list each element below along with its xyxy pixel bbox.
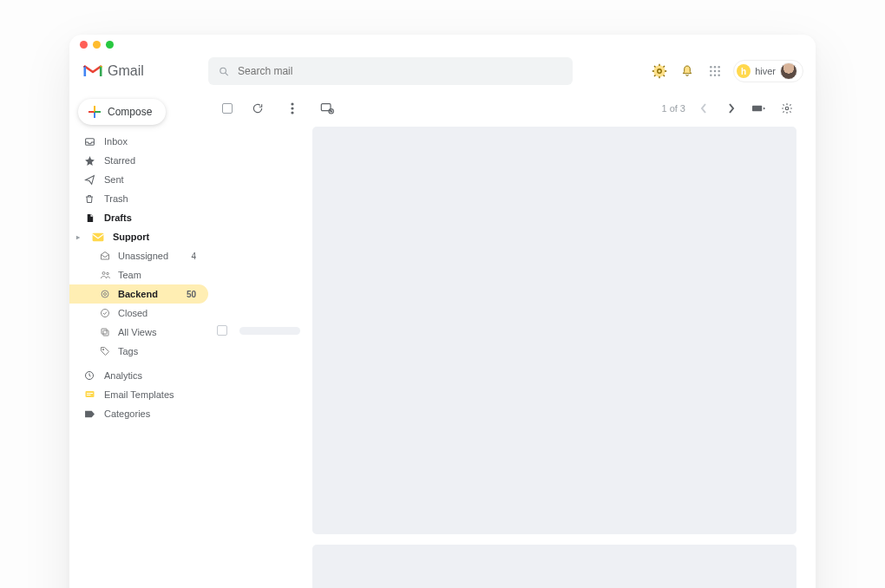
input-tools-icon[interactable] — [750, 99, 769, 118]
nav-label: Starred — [104, 155, 200, 166]
row-checkbox[interactable] — [217, 325, 227, 336]
sidebar-item-inbox[interactable]: Inbox — [69, 132, 208, 151]
svg-point-15 — [714, 66, 716, 68]
nav-label: Sent — [104, 174, 200, 185]
subject-placeholder — [312, 127, 796, 534]
svg-point-27 — [102, 291, 108, 297]
sidebar-item-all-views[interactable]: All Views — [69, 323, 208, 342]
sidebar-item-backend[interactable]: Backend 50 — [69, 284, 208, 304]
nav-label: Inbox — [104, 136, 200, 147]
svg-line-3 — [225, 73, 227, 75]
next-page-icon[interactable] — [722, 99, 741, 118]
label-icon — [83, 408, 95, 420]
mail-row[interactable] — [217, 127, 796, 534]
svg-line-11 — [664, 75, 665, 77]
window-minimize-dot[interactable] — [93, 41, 101, 49]
hiver-pill[interactable]: h hiver — [733, 60, 803, 82]
compose-button[interactable]: Compose — [78, 99, 166, 125]
svg-rect-36 — [87, 395, 91, 395]
notifications-icon[interactable] — [678, 62, 697, 81]
nav-label: Email Templates — [104, 389, 200, 400]
nav-label: Team — [118, 270, 200, 280]
svg-rect-1 — [100, 66, 102, 76]
nav-label: Analytics — [104, 370, 200, 381]
nav-label: Support — [113, 232, 200, 242]
prev-page-icon[interactable] — [694, 99, 713, 118]
svg-point-2 — [220, 68, 226, 74]
sidebar-item-unassigned[interactable]: Unassigned 4 — [69, 246, 208, 265]
main-panel: 1 of 3 — [208, 94, 816, 588]
sidebar-item-categories[interactable]: Categories — [69, 404, 208, 423]
search-icon — [219, 66, 229, 77]
app-logo[interactable]: Gmail — [83, 63, 144, 79]
hiver-badge-icon: h — [737, 64, 751, 78]
svg-line-13 — [654, 75, 656, 77]
sender-placeholder — [239, 327, 300, 335]
top-bar: Gmail h hiver — [69, 54, 816, 94]
nav-label: Drafts — [104, 212, 200, 223]
clock-icon — [83, 369, 95, 382]
svg-point-25 — [102, 272, 105, 275]
svg-line-10 — [654, 66, 656, 68]
sidebar-item-closed[interactable]: Closed — [69, 304, 208, 323]
svg-rect-35 — [87, 393, 93, 394]
assign-icon[interactable] — [318, 99, 337, 118]
app-window: Gmail h hiver — [69, 35, 816, 588]
svg-rect-34 — [85, 391, 94, 397]
nav-label: Tags — [118, 346, 200, 356]
settings-gear-icon[interactable] — [777, 99, 796, 118]
mail-row[interactable] — [217, 545, 796, 588]
svg-point-28 — [104, 293, 107, 296]
nav-label: All Views — [118, 327, 200, 337]
svg-rect-42 — [752, 106, 762, 111]
user-avatar[interactable] — [780, 62, 797, 80]
team-icon — [99, 269, 111, 281]
svg-point-32 — [102, 349, 104, 350]
template-icon — [83, 389, 95, 401]
sidebar-item-support[interactable]: ▸ Support — [69, 227, 208, 246]
header-actions: h hiver — [650, 60, 803, 82]
svg-rect-24 — [93, 232, 104, 240]
mail-list — [212, 127, 802, 588]
nav-count: 50 — [187, 290, 200, 299]
sidebar-item-starred[interactable]: Starred — [69, 151, 208, 170]
nav-primary: Inbox Starred Sent Trash Drafts — [69, 132, 208, 423]
more-menu-icon[interactable] — [283, 99, 302, 118]
sidebar-item-tags[interactable]: Tags — [69, 342, 208, 361]
svg-point-22 — [718, 74, 720, 75]
nav-label: Categories — [104, 408, 200, 419]
check-circle-icon — [99, 307, 111, 319]
target-icon — [99, 288, 111, 300]
refresh-icon[interactable] — [248, 99, 267, 118]
send-icon — [83, 173, 95, 186]
svg-point-14 — [710, 66, 711, 68]
window-zoom-dot[interactable] — [106, 41, 114, 49]
page-info: 1 of 3 — [661, 103, 685, 114]
svg-point-21 — [714, 74, 716, 75]
window-titlebar — [69, 35, 816, 54]
sidebar-item-templates[interactable]: Email Templates — [69, 385, 208, 404]
svg-point-29 — [102, 310, 109, 317]
hiver-settings-icon[interactable] — [650, 62, 669, 81]
inbox-icon — [83, 135, 95, 147]
subject-placeholder — [312, 545, 796, 588]
nav-label: Backend — [118, 289, 180, 299]
select-all-checkbox[interactable] — [222, 103, 233, 114]
svg-point-37 — [291, 102, 293, 105]
svg-point-39 — [291, 111, 293, 114]
copy-icon — [99, 326, 111, 338]
sidebar-item-sent[interactable]: Sent — [69, 170, 208, 189]
sidebar: Compose Inbox Starred Sent Tr — [69, 94, 208, 588]
mail-open-icon — [99, 250, 111, 262]
search-input[interactable] — [238, 65, 562, 77]
apps-grid-icon[interactable] — [705, 62, 724, 81]
sidebar-item-trash[interactable]: Trash — [69, 189, 208, 208]
nav-label: Trash — [104, 193, 200, 204]
sidebar-item-drafts[interactable]: Drafts — [69, 208, 208, 227]
sidebar-item-team[interactable]: Team — [69, 265, 208, 284]
search-bar[interactable] — [208, 57, 573, 85]
sidebar-item-analytics[interactable]: Analytics — [69, 366, 208, 385]
content-body: Compose Inbox Starred Sent Tr — [69, 94, 816, 588]
window-close-dot[interactable] — [80, 41, 88, 49]
svg-rect-30 — [103, 330, 108, 336]
